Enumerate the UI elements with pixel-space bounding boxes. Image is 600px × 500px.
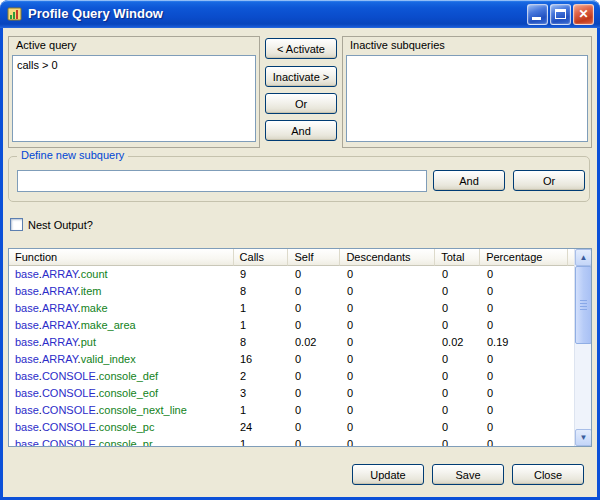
column-header-function[interactable]: Function xyxy=(9,249,234,266)
scrollbar-grip xyxy=(580,300,587,310)
cell-value: 8 xyxy=(234,283,289,300)
table-row[interactable]: base.CONSOLE.console_pr10000 xyxy=(9,436,574,446)
and-button[interactable]: And xyxy=(265,120,337,141)
update-button[interactable]: Update xyxy=(352,464,424,485)
cell-function: base.CONSOLE.console_def xyxy=(9,368,234,385)
active-query-item[interactable]: calls > 0 xyxy=(13,56,255,74)
cell-value: 0 xyxy=(436,300,481,317)
close-button[interactable]: ✕ xyxy=(573,4,594,25)
column-header-self[interactable]: Self xyxy=(288,249,340,266)
table-row[interactable]: base.ARRAY.put80.0200.020.19 xyxy=(9,334,574,351)
table-row[interactable]: base.CONSOLE.console_def20000 xyxy=(9,368,574,385)
cell-value: 0 xyxy=(289,283,341,300)
table-rows: base.ARRAY.count90000base.ARRAY.item8000… xyxy=(9,266,574,446)
cell-value: 0 xyxy=(341,368,436,385)
inactivate-button[interactable]: Inactivate > xyxy=(265,66,337,87)
cell-value: 0 xyxy=(436,317,481,334)
table-row[interactable]: base.ARRAY.count90000 xyxy=(9,266,574,283)
cell-value: 0 xyxy=(481,368,569,385)
cell-value: 1 xyxy=(234,436,289,446)
column-header-descendants[interactable]: Descendants xyxy=(340,249,435,266)
minimize-button[interactable] xyxy=(527,4,548,25)
subquery-and-button[interactable]: And xyxy=(433,170,505,191)
cell-value: 0 xyxy=(341,402,436,419)
cell-function: base.ARRAY.item xyxy=(9,283,234,300)
nest-output-checkbox[interactable] xyxy=(10,218,23,231)
cell-value: 0 xyxy=(341,334,436,351)
define-subquery-group: Define new subquery And Or xyxy=(8,156,590,202)
table-row[interactable]: base.ARRAY.make_area10000 xyxy=(9,317,574,334)
cell-function: base.ARRAY.count xyxy=(9,266,234,283)
activate-button[interactable]: < Activate xyxy=(265,38,337,59)
cell-value: 0 xyxy=(481,317,569,334)
cell-value: 0 xyxy=(289,300,341,317)
inactive-subqueries-list[interactable] xyxy=(346,55,588,142)
inactive-subqueries-label: Inactive subqueries xyxy=(350,39,445,51)
subquery-or-button[interactable]: Or xyxy=(513,170,585,191)
cell-function: base.ARRAY.put xyxy=(9,334,234,351)
column-header-calls[interactable]: Calls xyxy=(234,249,289,266)
cell-value: 0 xyxy=(289,368,341,385)
cell-value: 0 xyxy=(341,419,436,436)
cell-value: 0 xyxy=(436,266,481,283)
cell-value: 0 xyxy=(481,436,569,446)
save-button[interactable]: Save xyxy=(432,464,504,485)
cell-function: base.CONSOLE.console_pc xyxy=(9,419,234,436)
titlebar[interactable]: Profile Query Window ✕ xyxy=(0,0,600,28)
cell-function: base.CONSOLE.console_eof xyxy=(9,385,234,402)
table-row[interactable]: base.CONSOLE.console_next_line10000 xyxy=(9,402,574,419)
table-row[interactable]: base.CONSOLE.console_eof30000 xyxy=(9,385,574,402)
close-dialog-button[interactable]: Close xyxy=(512,464,584,485)
results-table: Function Calls Self Descendants Total Pe… xyxy=(8,248,592,447)
cell-value: 0 xyxy=(341,317,436,334)
cell-value: 1 xyxy=(234,317,289,334)
scroll-down-icon[interactable]: ▼ xyxy=(575,429,592,446)
cell-value: 0 xyxy=(341,283,436,300)
cell-value: 0 xyxy=(289,385,341,402)
nest-output-row: Nest Output? xyxy=(10,218,93,231)
cell-value: 0 xyxy=(436,385,481,402)
cell-value: 0 xyxy=(289,351,341,368)
cell-value: 0 xyxy=(481,283,569,300)
vertical-scrollbar[interactable]: ▲ ▼ xyxy=(574,249,591,446)
cell-function: base.ARRAY.make xyxy=(9,300,234,317)
window-title: Profile Query Window xyxy=(28,6,163,21)
cell-value: 0 xyxy=(436,402,481,419)
subquery-input[interactable] xyxy=(17,170,427,192)
cell-value: 8 xyxy=(234,334,289,351)
cell-value: 0 xyxy=(436,351,481,368)
table-row[interactable]: base.ARRAY.make10000 xyxy=(9,300,574,317)
cell-value: 0 xyxy=(436,283,481,300)
cell-value: 0 xyxy=(436,368,481,385)
cell-value: 3 xyxy=(234,385,289,402)
cell-value: 0 xyxy=(341,385,436,402)
cell-value: 0 xyxy=(436,419,481,436)
maximize-button[interactable] xyxy=(550,4,571,25)
table-row[interactable]: base.ARRAY.valid_index160000 xyxy=(9,351,574,368)
scroll-up-icon[interactable]: ▲ xyxy=(575,249,592,266)
maximize-icon xyxy=(555,9,566,19)
cell-value: 2 xyxy=(234,368,289,385)
close-icon: ✕ xyxy=(574,5,593,24)
column-header-total[interactable]: Total xyxy=(435,249,480,266)
active-query-list[interactable]: calls > 0 xyxy=(12,55,256,142)
table-row[interactable]: base.CONSOLE.console_pc240000 xyxy=(9,419,574,436)
cell-value: 0 xyxy=(481,402,569,419)
cell-value: 9 xyxy=(234,266,289,283)
scrollbar-thumb[interactable] xyxy=(575,266,592,344)
cell-value: 0 xyxy=(341,436,436,446)
cell-value: 0 xyxy=(481,385,569,402)
or-button[interactable]: Or xyxy=(265,93,337,114)
cell-function: base.CONSOLE.console_pr xyxy=(9,436,234,446)
cell-value: 0 xyxy=(289,402,341,419)
cell-function: base.ARRAY.valid_index xyxy=(9,351,234,368)
column-header-percentage[interactable]: Percentage xyxy=(480,249,568,266)
cell-value: 16 xyxy=(234,351,289,368)
cell-value: 1 xyxy=(234,300,289,317)
cell-value: 0 xyxy=(341,266,436,283)
cell-value: 0 xyxy=(289,317,341,334)
cell-value: 0 xyxy=(481,351,569,368)
profile-query-window: Profile Query Window ✕ Active query call… xyxy=(0,0,600,500)
table-row[interactable]: base.ARRAY.item80000 xyxy=(9,283,574,300)
table-header: Function Calls Self Descendants Total Pe… xyxy=(9,249,591,266)
